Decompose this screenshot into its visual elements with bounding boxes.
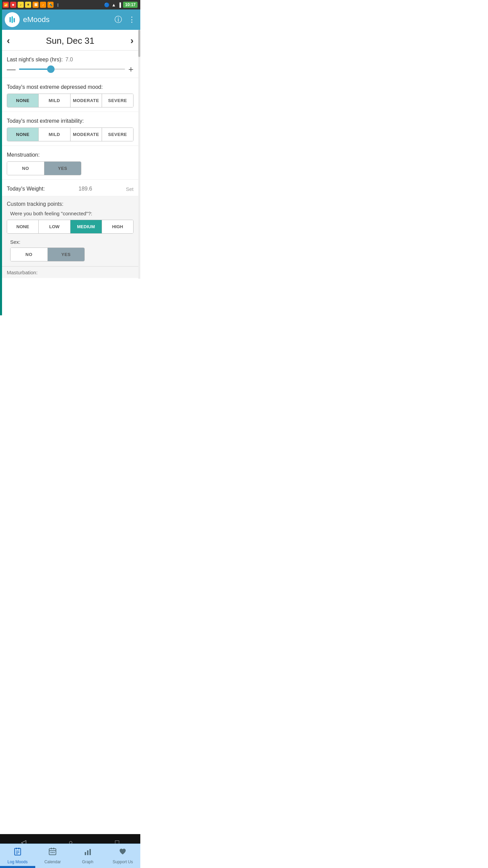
app-bar-actions: ⓘ ⋮ [115, 15, 136, 25]
scrollbar-thumb[interactable] [138, 30, 140, 57]
more-options-icon[interactable]: ⋮ [128, 15, 136, 24]
sleep-label: Last night's sleep (hrs): [7, 57, 63, 63]
menstruation-options: NO YES [7, 161, 81, 175]
weight-section: Today's Weight: 189.6 Set [0, 180, 140, 196]
status-right: 🔵 ▲ ▐ 10:17 [104, 2, 138, 8]
flashlight-icon: 🔦 [47, 2, 54, 8]
menstruation-yes-button[interactable]: YES [44, 162, 81, 175]
depressed-moderate-button[interactable]: MODERATE [70, 94, 102, 107]
image-icon: 🖼 [33, 2, 39, 8]
connected-high-button[interactable]: HIGH [102, 220, 133, 233]
sleep-controls[interactable]: — + [7, 65, 134, 74]
music-icon: ♪ [18, 2, 24, 8]
wifi-signal-icon: ▲ [111, 2, 116, 7]
depressed-mood-label: Today's most extreme depressed mood: [7, 84, 134, 90]
current-date: Sun, Dec 31 [46, 36, 94, 46]
weight-label: Today's Weight: [7, 186, 45, 192]
svg-rect-1 [9, 17, 11, 22]
custom-accent [0, 51, 2, 315]
irritability-moderate-button[interactable]: MODERATE [70, 128, 102, 141]
divider-icon: | [55, 2, 61, 8]
sleep-increase-button[interactable]: + [128, 65, 134, 74]
masturbation-label: Masturbation: [7, 270, 134, 275]
date-navigation: ‹ Sun, Dec 31 › [0, 30, 140, 51]
time-display: 10:17 [123, 2, 138, 8]
sleep-slider-fill [19, 68, 51, 70]
sex-no-button[interactable]: NO [11, 248, 48, 261]
scrollbar[interactable] [138, 30, 140, 279]
sleep-slider-thumb[interactable] [47, 65, 55, 73]
connected-none-button[interactable]: NONE [7, 220, 39, 233]
connected-question: Were you both feeling "connected"?: [7, 211, 134, 216]
connected-options: NONE LOW MEDIUM HIGH [7, 220, 134, 234]
depressed-mood-options: NONE MILD MODERATE SEVERE [7, 94, 134, 107]
svg-rect-3 [14, 18, 15, 22]
depressed-severe-button[interactable]: SEVERE [102, 94, 133, 107]
sleep-label-row: Last night's sleep (hrs): 7.0 [7, 57, 134, 63]
sleep-value: 7.0 [65, 57, 73, 63]
media-icon: ♪ [40, 2, 46, 8]
weight-value: 189.6 [48, 186, 122, 192]
sex-yes-button[interactable]: YES [48, 248, 85, 261]
app-logo [5, 12, 20, 27]
menstruation-section: Menstruation: NO YES [0, 146, 140, 180]
wifi-icon: 📶 [3, 2, 9, 8]
depressed-none-button[interactable]: NONE [7, 94, 39, 107]
status-icons: 📶 ⏺ ♪ ☀ 🖼 ♪ 🔦 | [3, 2, 61, 8]
sleep-decrease-button[interactable]: — [7, 65, 16, 74]
irritability-severe-button[interactable]: SEVERE [102, 128, 133, 141]
custom-tracking-section: Custom tracking points: Were you both fe… [0, 196, 140, 267]
custom-tracking-title: Custom tracking points: [7, 201, 134, 207]
irritability-none-button[interactable]: NONE [7, 128, 39, 141]
weight-row: Today's Weight: 189.6 Set [7, 186, 134, 192]
irritability-mild-button[interactable]: MILD [39, 128, 70, 141]
depressed-mood-section: Today's most extreme depressed mood: NON… [0, 78, 140, 112]
irritability-section: Today's most extreme irritability: NONE … [0, 112, 140, 146]
next-day-button[interactable]: › [130, 35, 134, 46]
prev-day-button[interactable]: ‹ [7, 35, 10, 46]
record-icon: ⏺ [10, 2, 16, 8]
sleep-slider[interactable] [19, 66, 125, 73]
irritability-label: Today's most extreme irritability: [7, 118, 134, 124]
sex-label: Sex: [7, 239, 134, 245]
sleep-section: Last night's sleep (hrs): 7.0 — + [0, 51, 140, 78]
connected-medium-button[interactable]: MEDIUM [70, 220, 102, 233]
status-bar: 📶 ⏺ ♪ ☀ 🖼 ♪ 🔦 | 🔵 ▲ ▐ 10:17 [0, 0, 140, 9]
menstruation-no-button[interactable]: NO [7, 162, 44, 175]
app-bar: eMoods ⓘ ⋮ [0, 9, 140, 30]
svg-rect-2 [12, 16, 13, 23]
info-icon[interactable]: ⓘ [115, 15, 122, 25]
brightness-icon: ☀ [25, 2, 31, 8]
app-title: eMoods [23, 15, 115, 24]
sex-options: NO YES [10, 248, 85, 261]
connected-low-button[interactable]: LOW [39, 220, 70, 233]
menstruation-label: Menstruation: [7, 152, 134, 158]
irritability-options: NONE MILD MODERATE SEVERE [7, 127, 134, 141]
depressed-mild-button[interactable]: MILD [39, 94, 70, 107]
main-content: Last night's sleep (hrs): 7.0 — + Today'… [0, 51, 140, 315]
bluetooth-icon: 🔵 [104, 2, 109, 7]
masturbation-section-partial: Masturbation: [0, 267, 140, 278]
weight-set-button[interactable]: Set [126, 186, 134, 192]
signal-bars-icon: ▐ [118, 2, 121, 7]
